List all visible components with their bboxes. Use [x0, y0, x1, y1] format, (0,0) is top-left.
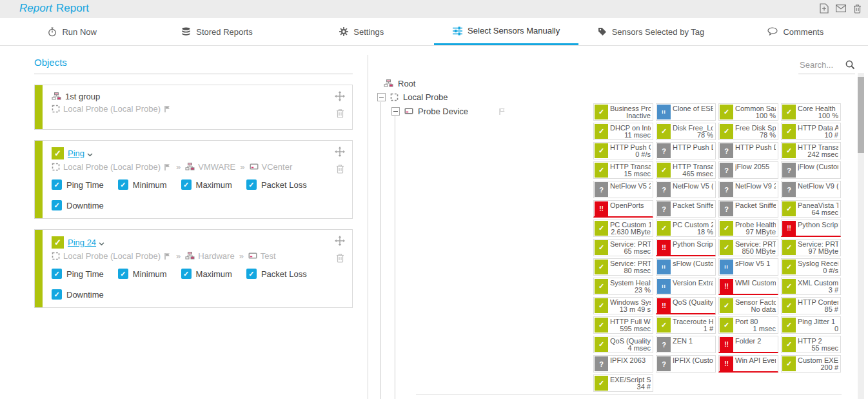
sensor-tile[interactable]: ✓XML Custom E...3 # — [781, 278, 841, 295]
search-input[interactable] — [798, 59, 841, 70]
sensor-tile[interactable]: ✓HTTP Push Co...0 #/s — [593, 142, 653, 159]
sensor-tile[interactable]: !!Folder 2 — [718, 336, 778, 353]
sensor-tile[interactable]: ✓HTTP Full Web...595 msec — [593, 316, 653, 334]
sensor-tile[interactable]: ?IPFIX (Custom... — [656, 355, 716, 373]
move-icon[interactable] — [335, 236, 345, 246]
sensor-tile[interactable]: ✓Traceroute Ho...1 # — [656, 316, 716, 334]
channel-checkbox-maximum[interactable]: ✓Maximum — [181, 179, 232, 190]
sensor-tile[interactable]: ✓Disk Free_Local78 % — [656, 123, 716, 140]
sensor-tile[interactable]: ✓PC Custom 12.630 MByte — [593, 220, 653, 237]
sensor-tile[interactable]: ✓PC Custom 218 % — [656, 220, 716, 237]
delete-report-icon[interactable] — [853, 4, 862, 14]
delete-icon[interactable] — [336, 108, 344, 118]
sensor-tile[interactable]: ?Packet Sniffer 2 — [718, 200, 778, 218]
chevron-down-icon[interactable] — [87, 153, 93, 157]
sensor-tile[interactable]: IIClone of ESET ... — [656, 103, 716, 121]
scrollbar-track[interactable] — [858, 73, 864, 399]
tree-node-root[interactable]: Root — [384, 79, 415, 88]
sensor-tile[interactable]: ✓Service: PRTG ...80 msec — [593, 258, 653, 276]
sensor-tile[interactable]: ✓Windows Syst...13 m 49 s — [593, 297, 653, 314]
sensor-tile[interactable]: ✓PaneaVista Te...64 msec — [781, 200, 841, 218]
move-icon[interactable] — [335, 147, 345, 157]
channel-checkbox-downtime[interactable]: ✓Downtime — [52, 200, 104, 210]
report-add-icon[interactable] — [820, 3, 829, 14]
delete-icon[interactable] — [336, 253, 344, 263]
sensor-tile[interactable]: ✓HTTP Data Ad...10 # — [781, 123, 841, 140]
sensor-tile[interactable]: ✓QoS (Quality of...4 msec — [593, 336, 653, 353]
sensor-tile[interactable]: !!WMI Custom S... — [718, 278, 778, 295]
sensor-tile[interactable]: ?Packet Sniffer 1 — [656, 200, 716, 218]
delete-icon[interactable] — [336, 164, 344, 174]
checkbox[interactable]: ✓ — [181, 269, 192, 279]
channel-checkbox-packet-loss[interactable]: ✓Packet Loss — [246, 179, 307, 190]
sensor-selected-checkbox[interactable]: ✓ — [52, 236, 64, 249]
sensor-tile[interactable]: ?jFlow 2055 — [718, 161, 778, 179]
checkbox[interactable]: ✓ — [52, 269, 62, 279]
sensor-tile[interactable]: ?NetFlow V9 (C... — [781, 181, 841, 198]
channel-checkbox-ping-time[interactable]: ✓Ping Time — [52, 269, 104, 279]
checkbox[interactable]: ✓ — [246, 179, 257, 190]
sensor-tile[interactable]: ✓HTTP 255 msec — [781, 336, 841, 353]
sensor-tile[interactable]: IIsFlow V5 1 — [718, 258, 778, 276]
sensor-tile[interactable]: ✓HTTP Content 185 # — [781, 297, 841, 314]
sensor-tile[interactable]: ✓HTTP Transact...242 msec — [781, 142, 841, 159]
sensor-tile[interactable]: ✓Custom EXE/S...200 # — [781, 355, 841, 373]
checkbox[interactable]: ✓ — [181, 179, 192, 190]
sensor-link[interactable]: Ping 24 — [68, 238, 96, 247]
sensor-tile[interactable]: ✓Business Proc...Inactive — [593, 103, 653, 121]
sensor-tile[interactable]: ✓Core Health100 % — [781, 103, 841, 121]
channel-checkbox-ping-time[interactable]: ✓Ping Time — [52, 179, 104, 190]
channel-checkbox-downtime[interactable]: ✓Downtime — [52, 289, 104, 300]
checkbox[interactable]: ✓ — [118, 269, 128, 279]
checkbox[interactable]: ✓ — [52, 179, 62, 190]
tab-select-sensors-manually[interactable]: Select Sensors Manually — [434, 18, 578, 45]
checkbox[interactable]: ✓ — [52, 289, 62, 300]
sensor-tile[interactable]: ✓Service: PRTG ...65 msec — [593, 239, 653, 256]
sensor-tile[interactable]: ?NetFlow V9 20... — [718, 181, 778, 198]
sensor-tile[interactable]: ✓Syslog Receive...0 #/s — [781, 258, 841, 276]
chevron-down-icon[interactable] — [99, 242, 104, 246]
checkbox[interactable]: ✓ — [118, 179, 128, 190]
sensor-tile[interactable]: ✓System Health23 % — [593, 278, 653, 295]
sensor-tile[interactable]: ✓EXE/Script Sen...34 # — [593, 374, 653, 392]
checkbox[interactable]: ✓ — [246, 269, 257, 279]
sensor-tile[interactable]: ✓Free Disk Spac...78 % — [718, 123, 778, 140]
sensor-tile[interactable]: IIVersion Extract... — [656, 278, 716, 295]
sensor-tile[interactable]: ?jFlow (Custom... — [781, 161, 841, 179]
sensor-selected-checkbox[interactable]: ✓ — [52, 147, 64, 159]
sensor-tile[interactable]: !!Win API Eventl... — [718, 355, 778, 373]
sensor-tile[interactable]: ✓DHCP on Intel(...11 msec — [593, 123, 653, 140]
sensor-tile[interactable]: !!OpenPorts — [593, 200, 653, 218]
sensor-tile[interactable]: ✓Common SaaS...100 % — [718, 103, 778, 121]
sensor-tile[interactable]: ✓HTTP Transact...15 msec — [593, 161, 653, 179]
move-icon[interactable] — [335, 91, 345, 101]
channel-checkbox-minimum[interactable]: ✓Minimum — [118, 269, 167, 279]
sensor-tile[interactable]: ?HTTP Push Da... — [718, 142, 778, 159]
checkbox[interactable]: ✓ — [52, 200, 62, 210]
sensor-tile[interactable]: IIsFlow (Custom... — [656, 258, 716, 276]
sensor-tile[interactable]: ?ZEN 1 — [656, 336, 716, 353]
channel-checkbox-minimum[interactable]: ✓Minimum — [118, 179, 167, 190]
sensor-tile[interactable]: !!Python Script ... — [656, 239, 716, 256]
tab-settings[interactable]: Settings — [290, 18, 434, 45]
sensor-tile[interactable]: ✓Sensor Factory...No data — [718, 297, 778, 314]
sensor-tile[interactable]: ?NetFlow V5 20... — [593, 181, 653, 198]
sensor-tile[interactable]: ?HTTP Push Da... — [656, 142, 716, 159]
sensor-link[interactable]: Ping — [68, 148, 84, 158]
channel-checkbox-maximum[interactable]: ✓Maximum — [181, 269, 232, 279]
tab-run-now[interactable]: Run Now — [0, 18, 144, 45]
tab-comments[interactable]: Comments — [724, 18, 868, 45]
tree-node-local-probe[interactable]: Local Probe — [377, 92, 448, 102]
sensor-tile[interactable]: ?NetFlow V5 (C... — [656, 181, 716, 198]
sensor-tile[interactable]: ?IPFIX 2063 — [593, 355, 653, 373]
collapse-icon[interactable] — [391, 107, 400, 116]
tree-node-probe-device[interactable]: Probe Device — [391, 107, 506, 116]
sensor-tile[interactable]: !!Python Script ... — [781, 220, 841, 237]
sensor-tile[interactable]: ✓Ping Jitter 10 — [781, 316, 841, 334]
sensor-tile[interactable]: ✓Probe Health97 MByte — [718, 220, 778, 237]
sensor-tile[interactable]: ✓Port 801 msec — [718, 316, 778, 334]
channel-checkbox-packet-loss[interactable]: ✓Packet Loss — [246, 269, 307, 279]
sensor-tile[interactable]: ✓HTTP Transact...465 msec — [656, 161, 716, 179]
tab-sensors-selected-by-tag[interactable]: Sensors Selected by Tag — [578, 18, 723, 45]
scrollbar-thumb[interactable] — [858, 77, 864, 153]
